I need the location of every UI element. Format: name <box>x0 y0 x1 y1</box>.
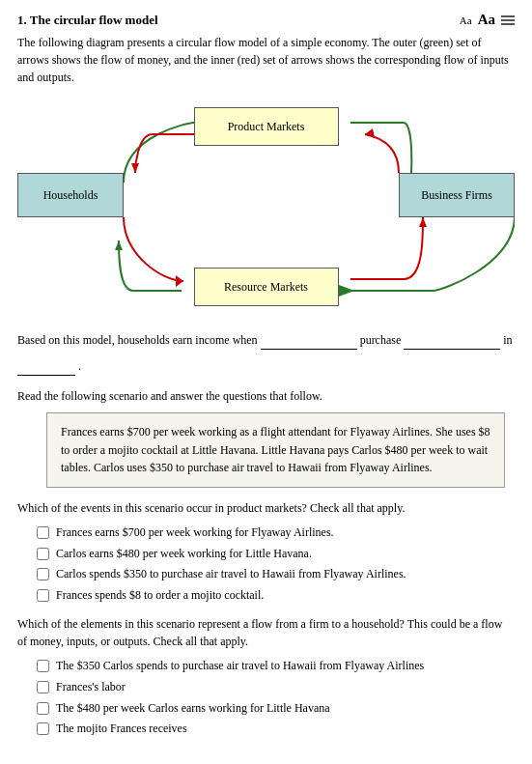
q2-checkbox-2[interactable] <box>37 681 49 693</box>
q2-label-3: The $480 per week Carlos earns working f… <box>56 700 330 717</box>
q2-checkbox-4[interactable] <box>37 722 49 735</box>
fill-in-line2: . <box>17 357 515 376</box>
product-markets-box: Product Markets <box>194 107 339 146</box>
font-controls: Aa Aa <box>460 12 515 28</box>
q2-options: The $350 Carlos spends to purchase air t… <box>37 658 515 737</box>
svg-marker-4 <box>419 217 427 227</box>
circular-flow-diagram: Product Markets Households Business Firm… <box>17 96 515 318</box>
q2-checkbox-3[interactable] <box>37 702 49 715</box>
q1-checkbox-1[interactable] <box>37 526 49 539</box>
q2-label-4: The mojito Frances receives <box>56 721 187 737</box>
q2-option-2: Frances's labor <box>37 679 515 695</box>
scenario-box: Frances earns $700 per week working as a… <box>46 412 505 488</box>
q1-option-4: Frances spends $8 to order a mojito cock… <box>37 587 515 604</box>
q1-checkbox-2[interactable] <box>37 548 49 560</box>
business-firms-box: Business Firms <box>399 173 515 217</box>
fill-in-section: Based on this model, households earn inc… <box>17 331 515 376</box>
q2-option-1: The $350 Carlos spends to purchase air t… <box>37 658 515 674</box>
q1-label-3: Carlos spends $350 to purchase air trave… <box>56 566 406 582</box>
q1-checkbox-3[interactable] <box>37 568 49 580</box>
q1-label-1: Frances earns $700 per week working for … <box>56 524 334 541</box>
question-2-section: Which of the elements in this scenario r… <box>17 615 515 737</box>
svg-marker-2 <box>131 163 139 173</box>
q2-label-1: The $350 Carlos spends to purchase air t… <box>56 658 424 674</box>
resource-markets-box: Resource Markets <box>194 268 339 306</box>
font-large[interactable]: Aa <box>478 12 495 28</box>
q2-option-3: The $480 per week Carlos earns working f… <box>37 700 515 717</box>
q1-checkbox-4[interactable] <box>37 589 49 602</box>
font-small[interactable]: Aa <box>460 14 472 26</box>
svg-marker-3 <box>365 128 375 138</box>
q1-text: Which of the events in this scenario occ… <box>17 499 515 517</box>
q1-option-1: Frances earns $700 per week working for … <box>37 524 515 541</box>
page-header: 1. The circular flow model Aa Aa <box>17 12 515 28</box>
q2-label-2: Frances's labor <box>56 679 126 695</box>
menu-icon[interactable] <box>501 15 515 25</box>
q2-option-4: The mojito Frances receives <box>37 721 515 737</box>
svg-marker-5 <box>176 275 183 287</box>
page-title: 1. The circular flow model <box>17 13 158 28</box>
blank-1[interactable] <box>261 331 357 350</box>
q1-label-4: Frances spends $8 to order a mojito cock… <box>56 587 264 604</box>
scenario-intro-section: Read the following scenario and answer t… <box>17 387 515 488</box>
q1-label-2: Carlos earns $480 per week working for L… <box>56 546 312 562</box>
q1-option-2: Carlos earns $480 per week working for L… <box>37 546 515 562</box>
fill-in-text: Based on this model, households earn inc… <box>17 331 515 350</box>
intro-text: The following diagram presents a circula… <box>17 34 515 86</box>
svg-marker-1 <box>115 241 123 250</box>
q2-text: Which of the elements in this scenario r… <box>17 615 515 650</box>
households-box: Households <box>17 173 124 217</box>
q1-option-3: Carlos spends $350 to purchase air trave… <box>37 566 515 582</box>
blank-2[interactable] <box>404 331 500 350</box>
question-1-section: Which of the events in this scenario occ… <box>17 499 515 604</box>
scenario-intro-text: Read the following scenario and answer t… <box>17 387 515 405</box>
blank-3[interactable] <box>17 357 75 376</box>
q2-checkbox-1[interactable] <box>37 660 49 672</box>
scenario-text: Frances earns $700 per week working as a… <box>61 425 490 474</box>
q1-options: Frances earns $700 per week working for … <box>37 524 515 604</box>
